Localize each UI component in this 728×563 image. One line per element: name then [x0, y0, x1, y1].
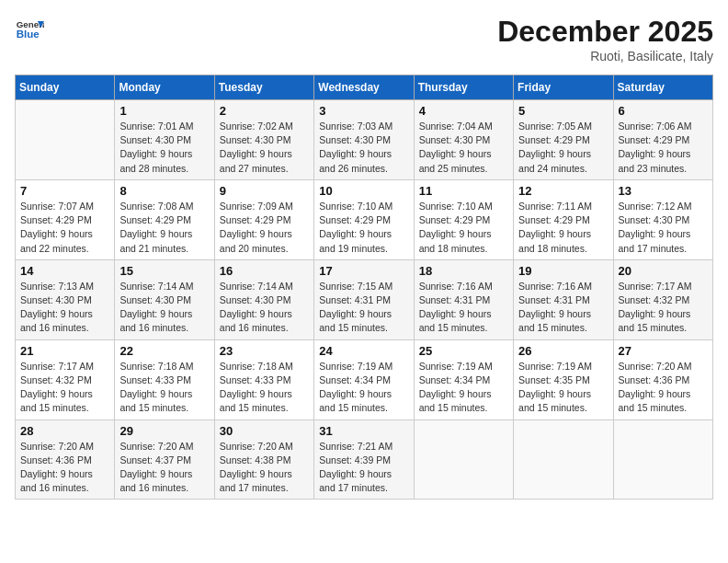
day-number: 6 — [619, 104, 708, 118]
week-row-0: 1Sunrise: 7:01 AMSunset: 4:30 PMDaylight… — [16, 100, 713, 180]
day-cell: 28Sunrise: 7:20 AMSunset: 4:36 PMDayligh… — [16, 419, 115, 500]
calendar-body: 1Sunrise: 7:01 AMSunset: 4:30 PMDaylight… — [16, 100, 713, 500]
title-section: December 2025 Ruoti, Basilicate, Italy — [497, 15, 713, 63]
day-number: 21 — [20, 344, 109, 358]
day-number: 15 — [119, 264, 209, 278]
day-cell: 26Sunrise: 7:19 AMSunset: 4:35 PMDayligh… — [514, 339, 613, 419]
page-header: General Blue December 2025 Ruoti, Basili… — [15, 15, 713, 63]
day-info: Sunrise: 7:18 AMSunset: 4:33 PMDaylight:… — [220, 360, 309, 416]
location: Ruoti, Basilicate, Italy — [497, 49, 713, 63]
header-day-friday: Friday — [514, 75, 613, 100]
day-number: 13 — [619, 184, 708, 198]
day-cell: 6Sunrise: 7:06 AMSunset: 4:29 PMDaylight… — [613, 100, 712, 180]
day-info: Sunrise: 7:19 AMSunset: 4:34 PMDaylight:… — [319, 360, 408, 416]
day-info: Sunrise: 7:14 AMSunset: 4:30 PMDaylight:… — [119, 280, 209, 336]
day-cell: 9Sunrise: 7:09 AMSunset: 4:29 PMDaylight… — [214, 179, 313, 259]
day-number: 14 — [20, 264, 109, 278]
day-number: 11 — [419, 184, 508, 198]
day-cell: 19Sunrise: 7:16 AMSunset: 4:31 PMDayligh… — [514, 259, 613, 339]
day-info: Sunrise: 7:02 AMSunset: 4:30 PMDaylight:… — [220, 120, 309, 176]
day-cell: 27Sunrise: 7:20 AMSunset: 4:36 PMDayligh… — [613, 339, 712, 419]
header-day-wednesday: Wednesday — [314, 75, 414, 100]
day-cell: 23Sunrise: 7:18 AMSunset: 4:33 PMDayligh… — [214, 339, 313, 419]
day-number: 8 — [119, 184, 209, 198]
day-number: 26 — [518, 344, 608, 358]
calendar-header: SundayMondayTuesdayWednesdayThursdayFrid… — [16, 75, 713, 100]
day-cell — [414, 419, 513, 500]
day-cell: 16Sunrise: 7:14 AMSunset: 4:30 PMDayligh… — [214, 259, 313, 339]
week-row-3: 21Sunrise: 7:17 AMSunset: 4:32 PMDayligh… — [16, 339, 713, 419]
day-info: Sunrise: 7:04 AMSunset: 4:30 PMDaylight:… — [419, 120, 508, 176]
day-info: Sunrise: 7:14 AMSunset: 4:30 PMDaylight:… — [220, 280, 309, 336]
day-number: 7 — [20, 184, 109, 198]
day-number: 2 — [220, 104, 309, 118]
day-info: Sunrise: 7:08 AMSunset: 4:29 PMDaylight:… — [119, 200, 209, 256]
day-info: Sunrise: 7:03 AMSunset: 4:30 PMDaylight:… — [319, 120, 408, 176]
day-number: 9 — [220, 184, 309, 198]
day-cell: 31Sunrise: 7:21 AMSunset: 4:39 PMDayligh… — [314, 419, 414, 500]
day-cell — [16, 100, 115, 180]
day-number: 24 — [319, 344, 408, 358]
day-cell: 11Sunrise: 7:10 AMSunset: 4:29 PMDayligh… — [414, 179, 513, 259]
day-info: Sunrise: 7:19 AMSunset: 4:35 PMDaylight:… — [518, 360, 608, 416]
day-cell: 12Sunrise: 7:11 AMSunset: 4:29 PMDayligh… — [514, 179, 613, 259]
day-cell: 30Sunrise: 7:20 AMSunset: 4:38 PMDayligh… — [214, 419, 313, 500]
day-number: 10 — [319, 184, 408, 198]
day-info: Sunrise: 7:17 AMSunset: 4:32 PMDaylight:… — [20, 360, 109, 416]
header-row: SundayMondayTuesdayWednesdayThursdayFrid… — [16, 75, 713, 100]
header-day-monday: Monday — [115, 75, 214, 100]
day-cell: 14Sunrise: 7:13 AMSunset: 4:30 PMDayligh… — [16, 259, 115, 339]
day-cell: 20Sunrise: 7:17 AMSunset: 4:32 PMDayligh… — [613, 259, 712, 339]
day-info: Sunrise: 7:12 AMSunset: 4:30 PMDaylight:… — [619, 200, 708, 256]
day-info: Sunrise: 7:17 AMSunset: 4:32 PMDaylight:… — [619, 280, 708, 336]
week-row-1: 7Sunrise: 7:07 AMSunset: 4:29 PMDaylight… — [16, 179, 713, 259]
day-cell: 7Sunrise: 7:07 AMSunset: 4:29 PMDaylight… — [16, 179, 115, 259]
day-cell: 29Sunrise: 7:20 AMSunset: 4:37 PMDayligh… — [115, 419, 214, 500]
day-cell: 8Sunrise: 7:08 AMSunset: 4:29 PMDaylight… — [115, 179, 214, 259]
logo: General Blue — [15, 15, 48, 44]
day-info: Sunrise: 7:05 AMSunset: 4:29 PMDaylight:… — [518, 120, 608, 176]
month-title: December 2025 — [497, 15, 713, 49]
day-number: 29 — [119, 424, 209, 438]
svg-text:Blue: Blue — [17, 29, 40, 40]
day-number: 30 — [220, 424, 309, 438]
day-cell: 4Sunrise: 7:04 AMSunset: 4:30 PMDaylight… — [414, 100, 513, 180]
day-info: Sunrise: 7:18 AMSunset: 4:33 PMDaylight:… — [119, 360, 209, 416]
day-cell: 22Sunrise: 7:18 AMSunset: 4:33 PMDayligh… — [115, 339, 214, 419]
day-info: Sunrise: 7:13 AMSunset: 4:30 PMDaylight:… — [20, 280, 109, 336]
day-number: 12 — [518, 184, 608, 198]
day-info: Sunrise: 7:20 AMSunset: 4:36 PMDaylight:… — [20, 440, 109, 496]
day-cell: 15Sunrise: 7:14 AMSunset: 4:30 PMDayligh… — [115, 259, 214, 339]
day-number: 1 — [119, 104, 209, 118]
week-row-4: 28Sunrise: 7:20 AMSunset: 4:36 PMDayligh… — [16, 419, 713, 500]
day-cell — [514, 419, 613, 500]
day-info: Sunrise: 7:06 AMSunset: 4:29 PMDaylight:… — [619, 120, 708, 176]
header-day-sunday: Sunday — [16, 75, 115, 100]
day-number: 23 — [220, 344, 309, 358]
day-cell: 17Sunrise: 7:15 AMSunset: 4:31 PMDayligh… — [314, 259, 414, 339]
day-number: 4 — [419, 104, 508, 118]
day-number: 27 — [619, 344, 708, 358]
calendar-table: SundayMondayTuesdayWednesdayThursdayFrid… — [15, 75, 713, 500]
day-cell: 25Sunrise: 7:19 AMSunset: 4:34 PMDayligh… — [414, 339, 513, 419]
day-number: 20 — [619, 264, 708, 278]
day-info: Sunrise: 7:16 AMSunset: 4:31 PMDaylight:… — [518, 280, 608, 336]
day-cell: 5Sunrise: 7:05 AMSunset: 4:29 PMDaylight… — [514, 100, 613, 180]
header-day-tuesday: Tuesday — [214, 75, 313, 100]
logo-icon: General Blue — [15, 15, 44, 44]
day-info: Sunrise: 7:09 AMSunset: 4:29 PMDaylight:… — [220, 200, 309, 256]
day-info: Sunrise: 7:21 AMSunset: 4:39 PMDaylight:… — [319, 440, 408, 496]
day-info: Sunrise: 7:11 AMSunset: 4:29 PMDaylight:… — [518, 200, 608, 256]
day-info: Sunrise: 7:15 AMSunset: 4:31 PMDaylight:… — [319, 280, 408, 336]
day-info: Sunrise: 7:07 AMSunset: 4:29 PMDaylight:… — [20, 200, 109, 256]
day-cell: 24Sunrise: 7:19 AMSunset: 4:34 PMDayligh… — [314, 339, 414, 419]
day-number: 5 — [518, 104, 608, 118]
day-info: Sunrise: 7:20 AMSunset: 4:36 PMDaylight:… — [619, 360, 708, 416]
day-cell: 13Sunrise: 7:12 AMSunset: 4:30 PMDayligh… — [613, 179, 712, 259]
day-info: Sunrise: 7:10 AMSunset: 4:29 PMDaylight:… — [319, 200, 408, 256]
day-info: Sunrise: 7:01 AMSunset: 4:30 PMDaylight:… — [119, 120, 209, 176]
week-row-2: 14Sunrise: 7:13 AMSunset: 4:30 PMDayligh… — [16, 259, 713, 339]
day-cell: 10Sunrise: 7:10 AMSunset: 4:29 PMDayligh… — [314, 179, 414, 259]
day-cell: 18Sunrise: 7:16 AMSunset: 4:31 PMDayligh… — [414, 259, 513, 339]
day-number: 19 — [518, 264, 608, 278]
